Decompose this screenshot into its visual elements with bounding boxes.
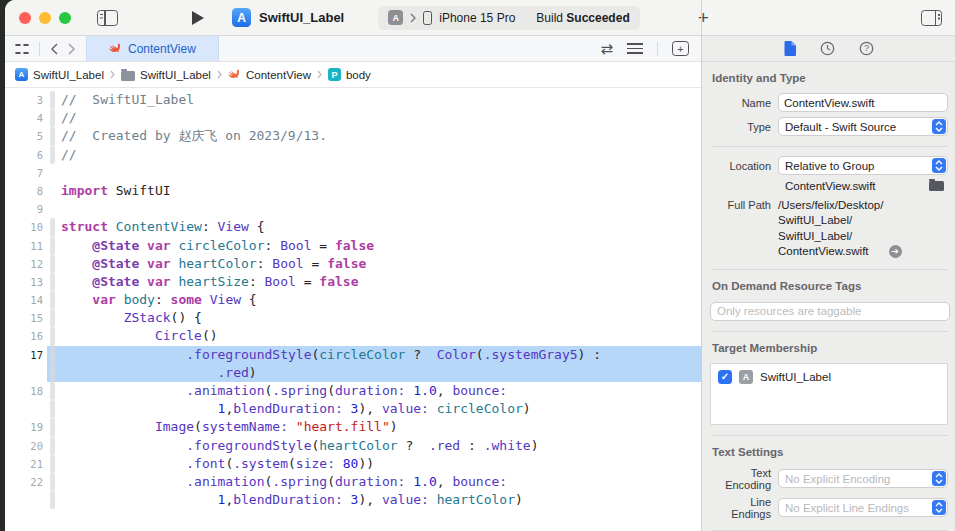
breadcrumb-item-project[interactable]: A SwiftUI_Label xyxy=(15,68,104,81)
target-row[interactable]: ✓ A SwiftUI_Label xyxy=(718,370,940,384)
line-number[interactable] xyxy=(5,364,47,382)
build-status[interactable]: Build Succeeded xyxy=(536,11,629,25)
code-row[interactable]: 9 xyxy=(5,200,701,218)
close-window-button[interactable] xyxy=(19,12,31,24)
file-inspector-icon[interactable] xyxy=(784,41,796,56)
code-row[interactable]: 14 var body: some View { xyxy=(5,291,701,309)
related-items-grid-icon[interactable] xyxy=(15,42,29,56)
code-row[interactable]: 4// xyxy=(5,109,701,127)
go-forward-icon[interactable] xyxy=(68,43,76,55)
add-editor-icon[interactable]: + xyxy=(672,41,689,56)
code-text: 1,blendDuration: 3), value: circleColor) xyxy=(61,400,531,418)
change-bar xyxy=(47,164,61,182)
line-number[interactable]: 16 xyxy=(5,327,47,345)
scheme-app-icon[interactable]: A xyxy=(388,10,403,25)
choose-folder-icon[interactable] xyxy=(929,181,944,191)
line-number[interactable]: 7 xyxy=(5,164,47,182)
line-number[interactable] xyxy=(5,491,47,509)
code-row[interactable]: .red) xyxy=(5,364,701,382)
toggle-right-inspector-icon[interactable] xyxy=(921,10,942,26)
code-row[interactable]: 16 Circle() xyxy=(5,327,701,345)
code-row[interactable]: 13 @State var heartSize: Bool = false xyxy=(5,273,701,291)
resource-tags-input[interactable] xyxy=(710,302,950,321)
code-row[interactable]: 11 @State var circleColor: Bool = false xyxy=(5,237,701,255)
code-review-icon[interactable]: ⇄ xyxy=(600,41,613,56)
breadcrumb-item-file[interactable]: ContentView xyxy=(228,68,311,81)
line-endings-popup[interactable]: No Explicit Line Endings xyxy=(778,498,948,517)
breadcrumb-label: ContentView xyxy=(246,69,311,81)
open-in-finder-arrow-icon[interactable]: ➔ xyxy=(889,245,902,258)
code-row-body: ZStack() { xyxy=(47,309,701,327)
line-number[interactable]: 6 xyxy=(5,146,47,164)
line-number[interactable]: 20 xyxy=(5,437,47,455)
text-encoding-label: Text Encoding xyxy=(710,467,778,491)
line-number[interactable]: 9 xyxy=(5,200,47,218)
change-bar xyxy=(47,437,61,455)
line-number[interactable]: 18 xyxy=(5,382,47,400)
line-number[interactable]: 8 xyxy=(5,182,47,200)
name-field[interactable] xyxy=(778,93,948,112)
code-row[interactable]: 18 .animation(.spring(duration: 1.0, bou… xyxy=(5,382,701,400)
scheme-selector[interactable]: A iPhone 15 Pro Build Succeeded xyxy=(378,6,639,30)
breadcrumb-item-group[interactable]: SwiftUI_Label xyxy=(121,69,211,81)
line-number[interactable]: 11 xyxy=(5,237,47,255)
code-row[interactable]: 21 .font(.system(size: 80)) xyxy=(5,455,701,473)
help-inspector-icon[interactable]: ? xyxy=(859,41,874,56)
change-bar xyxy=(47,364,61,382)
source-editor[interactable]: 3// SwiftUI_Label4//5// Created by 赵庆飞 o… xyxy=(5,88,701,531)
minimize-window-button[interactable] xyxy=(39,12,51,24)
code-text: .foregroundStyle(heartColor ? .red : .wh… xyxy=(61,437,538,455)
code-row[interactable]: 15 ZStack() { xyxy=(5,309,701,327)
code-row[interactable]: 3// SwiftUI_Label xyxy=(5,91,701,109)
code-row[interactable]: 12 @State var heartColor: Bool = false xyxy=(5,255,701,273)
run-destination[interactable]: iPhone 15 Pro xyxy=(439,11,515,25)
line-number[interactable]: 3 xyxy=(5,91,47,109)
code-row[interactable]: 19 Image(systemName: "heart.fill") xyxy=(5,418,701,436)
new-tab-button[interactable]: + xyxy=(698,7,709,29)
history-inspector-icon[interactable] xyxy=(820,41,835,56)
breadcrumb-item-symbol[interactable]: P body xyxy=(328,68,371,81)
code-row[interactable]: 17 .foregroundStyle(circleColor ? Color(… xyxy=(5,346,701,364)
code-row[interactable]: 5// Created by 赵庆飞 on 2023/9/13. xyxy=(5,127,701,145)
change-bar xyxy=(47,273,61,291)
type-popup[interactable]: Default - Swift Source xyxy=(778,117,948,136)
code-text: // xyxy=(61,146,77,164)
code-row[interactable]: 8import SwiftUI xyxy=(5,182,701,200)
code-row-body xyxy=(47,164,701,182)
line-number[interactable]: 15 xyxy=(5,309,47,327)
line-number[interactable]: 17 xyxy=(5,346,47,364)
zoom-window-button[interactable] xyxy=(59,12,71,24)
code-row[interactable]: 20 .foregroundStyle(heartColor ? .red : … xyxy=(5,437,701,455)
full-path-row: Full Path /Users/felix/Desktop/ SwiftUI_… xyxy=(710,198,950,259)
line-number[interactable]: 10 xyxy=(5,218,47,236)
code-row[interactable]: 6// xyxy=(5,146,701,164)
code-row[interactable]: 10struct ContentView: View { xyxy=(5,218,701,236)
location-popup-value: Relative to Group xyxy=(779,160,930,172)
line-number[interactable]: 14 xyxy=(5,291,47,309)
line-number[interactable]: 4 xyxy=(5,109,47,127)
run-button[interactable] xyxy=(192,11,204,25)
text-encoding-popup[interactable]: No Explicit Encoding xyxy=(778,469,948,488)
target-checkbox[interactable]: ✓ xyxy=(718,370,732,384)
line-number[interactable]: 12 xyxy=(5,255,47,273)
chevron-right-icon xyxy=(110,70,115,79)
code-row[interactable]: 22 .animation(.spring(duration: 1.0, bou… xyxy=(5,473,701,491)
go-back-icon[interactable] xyxy=(50,43,58,55)
code-row[interactable]: 1,blendDuration: 3), value: circleColor) xyxy=(5,400,701,418)
location-popup[interactable]: Relative to Group xyxy=(778,156,948,175)
code-row-body: // SwiftUI_Label xyxy=(47,91,701,109)
code-text: Circle() xyxy=(61,327,218,345)
editor-options-icon[interactable] xyxy=(627,43,643,54)
line-number[interactable]: 21 xyxy=(5,455,47,473)
line-number[interactable]: 19 xyxy=(5,418,47,436)
tab-contentview[interactable]: ContentView xyxy=(86,36,219,61)
line-number[interactable]: 5 xyxy=(5,127,47,145)
line-number[interactable]: 13 xyxy=(5,273,47,291)
change-bar xyxy=(47,400,61,418)
line-number[interactable] xyxy=(5,400,47,418)
toggle-left-sidebar-icon[interactable] xyxy=(97,10,118,26)
code-row[interactable]: 1,blendDuration: 3), value: heartColor) xyxy=(5,491,701,509)
breadcrumb-label: SwiftUI_Label xyxy=(140,69,211,81)
line-number[interactable]: 22 xyxy=(5,473,47,491)
code-row[interactable]: 7 xyxy=(5,164,701,182)
